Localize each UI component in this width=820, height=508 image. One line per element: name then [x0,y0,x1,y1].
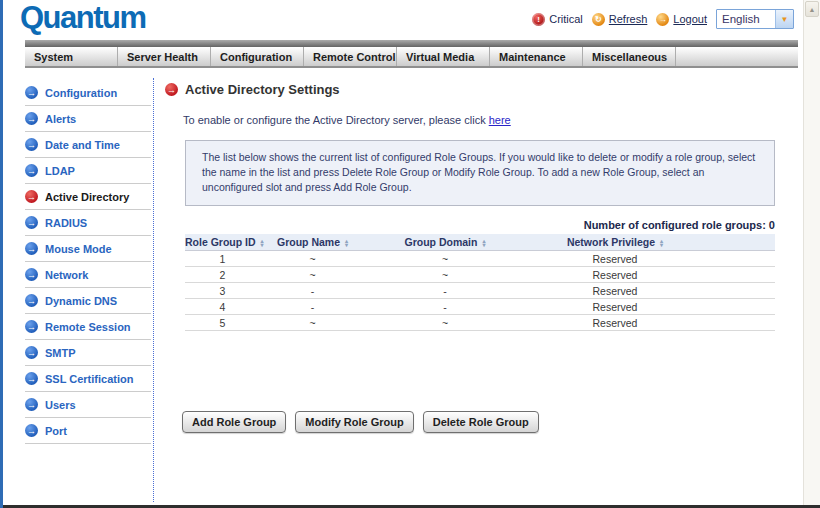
sidebar-item-network[interactable]: Network [25,262,151,288]
sidebar-item-ldap[interactable]: LDAP [25,158,151,184]
here-link[interactable]: here [489,114,511,126]
sort-icon[interactable] [482,239,485,247]
column-header-label: Role Group ID [185,236,256,248]
intro-text: To enable or configure the Active Direct… [183,114,797,126]
intro-prefix: To enable or configure the Active Direct… [183,114,489,126]
title-row: Active Directory Settings [165,82,797,97]
sort-icon[interactable] [345,239,348,247]
sidebar-item-radius[interactable]: RADIUS [25,210,151,236]
delete-role-group-button[interactable]: Delete Role Group [423,411,539,433]
modify-role-group-button[interactable]: Modify Role Group [295,411,413,433]
sidebar-item-label: SSL Certification [45,373,133,385]
sidebar-item-label: Network [45,269,88,281]
sidebar-item-alerts[interactable]: Alerts [25,106,151,132]
column-header-role-group-id[interactable]: Role Group ID [185,234,260,251]
logout-label: Logout [673,13,707,25]
arrow-icon [25,242,38,255]
critical-status[interactable]: Critical [532,13,583,26]
sidebar-item-users[interactable]: Users [25,392,151,418]
critical-icon [532,13,545,26]
tab-virtual-media[interactable]: Virtual Media [397,47,490,66]
cell-filler [705,251,775,267]
column-header-label: Group Domain [405,236,478,248]
cell-group-domain: ~ [365,315,525,331]
arrow-icon [25,294,38,307]
cell-role-group-id: 3 [185,283,260,299]
sidebar-item-date-and-time[interactable]: Date and Time [25,132,151,158]
sidebar-item-smtp[interactable]: SMTP [25,340,151,366]
column-header-group-name[interactable]: Group Name [260,234,365,251]
tab-remote-control[interactable]: Remote Control [304,47,397,66]
sidebar-item-configuration[interactable]: Configuration [25,80,151,106]
sidebar-item-active-directory[interactable]: Active Directory [25,184,151,210]
refresh-label: Refresh [609,13,648,25]
tab-system[interactable]: System [25,47,118,66]
column-header-network-privilege[interactable]: Network Privilege [525,234,705,251]
cell-group-name: ~ [260,315,365,331]
arrow-icon [165,83,178,96]
sidebar-item-mouse-mode[interactable]: Mouse Mode [25,236,151,262]
table-row[interactable]: 3 - - Reserved [185,283,775,299]
sidebar-item-label: Active Directory [45,191,129,203]
refresh-icon [592,13,605,26]
cell-role-group-id: 2 [185,267,260,283]
column-header-group-domain[interactable]: Group Domain [365,234,525,251]
table-header-row: Role Group IDGroup NameGroup DomainNetwo… [185,234,775,251]
sidebar-item-dynamic-dns[interactable]: Dynamic DNS [25,288,151,314]
sidebar-item-label: Remote Session [45,321,131,333]
column-header-label: Group Name [277,236,340,248]
tab-miscellaneous[interactable]: Miscellaneous [583,47,676,66]
main-content: Active Directory Settings To enable or c… [165,82,797,433]
cell-group-domain: ~ [365,267,525,283]
sort-icon[interactable] [261,239,264,247]
sidebar-item-label: Users [45,399,76,411]
table-row[interactable]: 4 - - Reserved [185,299,775,315]
role-group-buttons: Add Role GroupModify Role GroupDelete Ro… [182,411,797,433]
table-row[interactable]: 5 ~ ~ Reserved [185,315,775,331]
logout-link[interactable]: Logout [656,13,707,26]
cell-group-domain: ~ [365,251,525,267]
cell-filler [705,315,775,331]
sidebar-item-ssl-certification[interactable]: SSL Certification [25,366,151,392]
language-select[interactable]: English [716,9,794,29]
sidebar-divider [153,78,154,502]
cell-role-group-id: 1 [185,251,260,267]
arrow-icon [25,268,38,281]
arrow-icon [25,112,38,125]
tab-server-health[interactable]: Server Health [118,47,211,66]
sidebar-item-label: LDAP [45,165,75,177]
arrow-icon [25,398,38,411]
tab-maintenance[interactable]: Maintenance [490,47,583,66]
arrow-icon [25,346,38,359]
nav-top-strip [25,40,798,47]
cell-group-name: ~ [260,267,365,283]
tab-configuration[interactable]: Configuration [211,47,304,66]
header-actions: Critical Refresh Logout English [532,9,794,29]
cell-network-privilege: Reserved [525,267,705,283]
add-role-group-button[interactable]: Add Role Group [182,411,286,433]
language-dropdown-wrap: English [716,9,794,29]
sidebar-item-label: SMTP [45,347,76,359]
nav-tabs: SystemServer HealthConfigurationRemote C… [25,47,798,68]
refresh-link[interactable]: Refresh [592,13,648,26]
cell-filler [705,283,775,299]
page-scrollbar[interactable] [803,0,820,505]
cell-network-privilege: Reserved [525,251,705,267]
arrow-icon [25,190,38,203]
cell-network-privilege: Reserved [525,283,705,299]
cell-network-privilege: Reserved [525,315,705,331]
column-header-filler [705,234,775,251]
table-row[interactable]: 2 ~ ~ Reserved [185,267,775,283]
scroll-up-icon[interactable] [805,1,819,17]
sidebar-item-remote-session[interactable]: Remote Session [25,314,151,340]
sidebar-item-label: Port [45,425,67,437]
sidebar-item-label: Date and Time [45,139,120,151]
cell-role-group-id: 5 [185,315,260,331]
arrow-icon [25,138,38,151]
header: Quantum Critical Refresh Logout English [3,0,802,40]
page: Quantum Critical Refresh Logout English … [0,0,820,508]
table-row[interactable]: 1 ~ ~ Reserved [185,251,775,267]
page-title: Active Directory Settings [185,82,340,97]
sidebar-item-port[interactable]: Port [25,418,151,444]
sort-icon[interactable] [660,239,663,247]
